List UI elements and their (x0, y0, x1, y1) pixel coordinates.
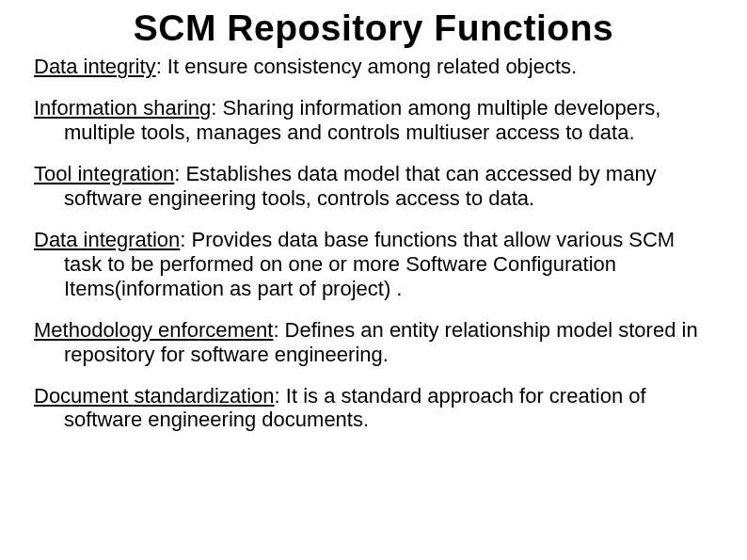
term-desc: : It ensure consistency among related ob… (156, 55, 578, 78)
term-label: Methodology enforcement (34, 318, 273, 342)
list-item: Data integration: Provides data base fun… (34, 228, 713, 301)
term-label: Information sharing (34, 96, 211, 120)
term-label: Document standardization (34, 384, 275, 408)
list-item: Tool integration: Establishes data model… (34, 162, 713, 211)
list-item: Information sharing: Sharing information… (34, 96, 713, 145)
term-label: Tool integration (34, 162, 174, 185)
list-item: Methodology enforcement: Defines an enti… (34, 318, 713, 367)
list-item: Data integrity: It ensure consistency am… (34, 55, 713, 79)
term-label: Data integration (34, 228, 180, 251)
page-title: SCM Repository Functions (34, 8, 713, 49)
term-label: Data integrity (34, 55, 156, 78)
slide: SCM Repository Functions Data integrity:… (0, 0, 747, 560)
list-item: Document standardization: It is a standa… (34, 384, 713, 433)
